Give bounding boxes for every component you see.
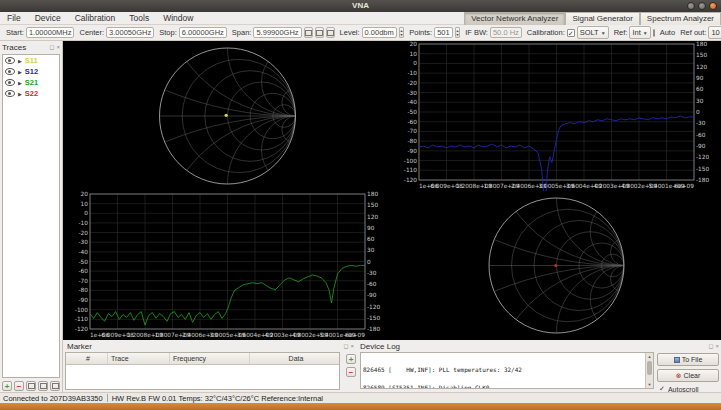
- svg-text:180: 180: [696, 41, 707, 47]
- calibration-checkbox[interactable]: ✓: [567, 29, 575, 37]
- svg-text:-80: -80: [408, 138, 418, 144]
- ref-select[interactable]: Int▼: [629, 26, 650, 39]
- svg-text:-10: -10: [79, 220, 89, 226]
- trace-row-s21[interactable]: ▶ S21: [3, 77, 59, 88]
- edit-trace-button[interactable]: [50, 381, 60, 391]
- to-file-label: To File: [682, 356, 703, 363]
- undock-icon[interactable]: ◻: [709, 343, 714, 350]
- traces-panel-title: Traces: [2, 43, 26, 52]
- menu-calibration[interactable]: Calibration: [68, 12, 123, 24]
- visibility-eye-icon[interactable]: [5, 57, 15, 64]
- trace-label-s21: S21: [25, 78, 38, 87]
- undock-icon[interactable]: ◻: [344, 343, 349, 350]
- stop-input[interactable]: 6.00000GHz: [179, 27, 227, 38]
- clear-button[interactable]: ⊗ Clear: [657, 369, 719, 382]
- level-stepper[interactable]: ▲▼: [399, 27, 404, 38]
- points-input[interactable]: 501: [434, 27, 453, 38]
- column-number[interactable]: #: [66, 353, 108, 364]
- svg-text:-120: -120: [696, 154, 709, 160]
- scroll-thumb[interactable]: [647, 361, 652, 375]
- visibility-eye-icon[interactable]: [5, 68, 15, 75]
- level-input[interactable]: 0.00dbm: [362, 27, 397, 38]
- svg-text:-30: -30: [79, 239, 89, 245]
- svg-text:10: 10: [81, 201, 89, 207]
- to-file-button[interactable]: To File: [657, 353, 719, 366]
- export-traces-button[interactable]: [38, 381, 48, 391]
- center-input[interactable]: 3.00050GHz: [106, 27, 154, 38]
- tab-vector-network-analyzer[interactable]: Vector Network Analyzer: [464, 12, 565, 25]
- log-scrollbar[interactable]: ▲ ▼: [645, 353, 653, 388]
- desktop-edge-strip: [0, 403, 721, 410]
- span-input[interactable]: 5.99900GHz: [253, 27, 301, 38]
- maximize-button[interactable]: [698, 2, 706, 10]
- visibility-eye-icon[interactable]: [5, 90, 15, 97]
- ifbw-input[interactable]: 50.0 Hz: [490, 27, 522, 38]
- points-stepper[interactable]: ▲▼: [455, 27, 460, 38]
- import-traces-button[interactable]: [26, 381, 36, 391]
- zoom-out-span-button[interactable]: [315, 27, 324, 38]
- tab-spectrum-analyzer[interactable]: Spectrum Analyzer: [640, 12, 721, 25]
- expand-arrow-icon[interactable]: ▶: [18, 91, 22, 97]
- trace-row-s11[interactable]: ▶ S11: [3, 55, 59, 66]
- svg-text:-40: -40: [79, 249, 89, 255]
- device-log-view[interactable]: 826465 [ HW,INF]: PLL temperatures: 32/4…: [360, 352, 654, 389]
- svg-text:6e+09: 6e+09: [346, 332, 366, 338]
- visibility-eye-icon[interactable]: [5, 79, 15, 86]
- svg-text:120: 120: [696, 64, 707, 70]
- menu-bar: File Device Calibration Tools Window Vec…: [0, 12, 721, 25]
- scroll-down-icon[interactable]: ▼: [646, 381, 653, 388]
- svg-text:-100: -100: [404, 158, 417, 164]
- start-label: Start:: [6, 28, 24, 37]
- auto-checkbox[interactable]: [653, 29, 655, 37]
- svg-text:-150: -150: [367, 315, 380, 321]
- ifbw-label: IF BW:: [465, 28, 488, 37]
- marker-table-header: # Trace Frequency Data: [66, 353, 339, 365]
- level-label: Level:: [340, 28, 360, 37]
- svg-text:-90: -90: [696, 143, 706, 149]
- close-button[interactable]: [709, 2, 717, 10]
- svg-text:-180: -180: [367, 326, 380, 332]
- expand-arrow-icon[interactable]: ▶: [18, 58, 22, 64]
- zoom-in-span-button[interactable]: [304, 27, 313, 38]
- calibration-select[interactable]: SOLT▼: [577, 26, 609, 39]
- minimize-button[interactable]: [687, 2, 695, 10]
- trace-row-s12[interactable]: ▶ S12: [3, 66, 59, 77]
- close-icon[interactable]: ×: [715, 343, 719, 350]
- add-trace-button[interactable]: +: [2, 381, 12, 391]
- remove-marker-button[interactable]: −: [346, 367, 356, 377]
- svg-text:-80: -80: [79, 287, 89, 293]
- svg-text:120: 120: [367, 214, 378, 220]
- add-marker-button[interactable]: +: [346, 354, 356, 364]
- svg-text:6e+09: 6e+09: [675, 183, 695, 189]
- smith-chart-s22[interactable]: [392, 191, 721, 340]
- menu-device[interactable]: Device: [28, 12, 68, 24]
- column-trace[interactable]: Trace: [108, 353, 170, 364]
- trace-row-s22[interactable]: ▶ S22: [3, 88, 59, 99]
- column-data[interactable]: Data: [250, 353, 339, 364]
- menu-tools[interactable]: Tools: [122, 12, 156, 24]
- svg-text:90: 90: [696, 75, 704, 81]
- undock-icon[interactable]: ◻: [50, 44, 55, 51]
- bottom-dock: Marker ◻ × # Trace Frequency Data + −: [63, 340, 721, 392]
- scroll-up-icon[interactable]: ▲: [646, 353, 653, 360]
- magnitude-plot-s21[interactable]: 1e+066.009e+081.2008e+091.8007e+092.4006…: [63, 191, 392, 340]
- expand-arrow-icon[interactable]: ▶: [18, 69, 22, 75]
- refout-value: 10 MHz: [711, 28, 721, 38]
- close-icon[interactable]: ×: [56, 44, 60, 51]
- full-span-button[interactable]: [326, 27, 335, 38]
- refout-select[interactable]: 10 MHz▼: [708, 26, 721, 39]
- status-divider: [107, 394, 108, 402]
- expand-arrow-icon[interactable]: ▶: [18, 80, 22, 86]
- points-label: Points:: [409, 28, 432, 37]
- magnitude-plot-s12[interactable]: 1e+066.009e+081.2008e+091.8007e+092.4006…: [392, 41, 721, 191]
- remove-trace-button[interactable]: −: [14, 381, 24, 391]
- trace-label-s22: S22: [25, 89, 38, 98]
- menu-file[interactable]: File: [0, 12, 28, 24]
- start-input[interactable]: 1.00000MHz: [26, 27, 75, 38]
- close-icon[interactable]: ×: [350, 343, 354, 350]
- menu-window[interactable]: Window: [156, 12, 200, 24]
- smith-chart-s11[interactable]: [63, 41, 392, 191]
- column-frequency[interactable]: Frequency: [170, 353, 250, 364]
- tab-signal-generator[interactable]: Signal Generator: [565, 12, 639, 25]
- svg-text:-120: -120: [404, 177, 417, 183]
